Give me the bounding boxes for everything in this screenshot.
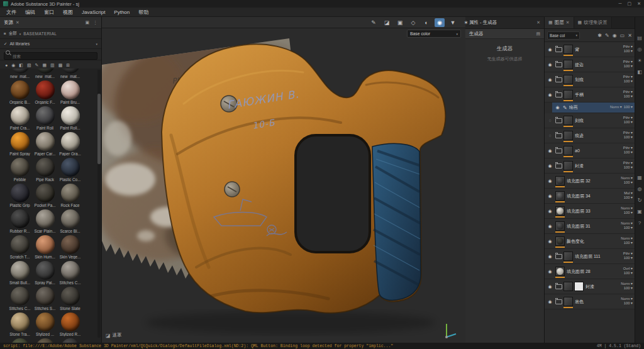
textures-filter-icon[interactable]: ▥: [50, 63, 55, 68]
material-item[interactable]: Skin Vege...: [58, 235, 82, 259]
help-icon[interactable]: ?: [638, 221, 641, 226]
mask-thumbnail[interactable]: [574, 282, 584, 291]
opacity-dropdown[interactable]: 100 ▾: [624, 196, 633, 200]
clone-tool-icon[interactable]: ◉: [435, 18, 445, 27]
smart-masks-filter-icon[interactable]: ◧: [19, 63, 23, 68]
smudge-tool-icon[interactable]: ◐: [421, 18, 431, 27]
eraser-tool-icon[interactable]: ◪: [382, 18, 392, 27]
material-item[interactable]: Pebble: [8, 158, 31, 182]
libraries-dropdown[interactable]: All libraries: [9, 42, 30, 46]
assets-scrollbar[interactable]: [97, 70, 101, 338]
layer-visibility-toggle[interactable]: ○: [547, 118, 553, 123]
opacity-dropdown[interactable]: 100 ▾: [624, 151, 633, 155]
layer-visibility-toggle[interactable]: ◉: [547, 209, 553, 214]
hamburger-icon[interactable]: ≡: [4, 31, 6, 36]
scrollbar-thumb[interactable]: [97, 94, 101, 164]
menu-item[interactable]: 文件: [2, 8, 21, 16]
layer-row[interactable]: ◉填充图层 31Norm ▾100 ▾: [545, 219, 635, 234]
opacity-dropdown[interactable]: 100 ▾: [624, 181, 633, 185]
material-item[interactable]: Paint Bru...: [58, 80, 82, 104]
perspective-icon[interactable]: ▤: [637, 36, 642, 41]
material-item[interactable]: new_mat...: [33, 69, 57, 79]
filters-filter-icon[interactable]: ▧: [27, 63, 31, 68]
material-item[interactable]: Paint Spray: [8, 132, 31, 156]
menu-item[interactable]: JavaScript: [77, 8, 109, 16]
layer-visibility-toggle[interactable]: ◉: [547, 269, 553, 274]
opacity-dropdown[interactable]: 100 ▾: [624, 106, 633, 109]
material-item[interactable]: Stitches C...: [8, 287, 31, 311]
opacity-dropdown[interactable]: 100 ▾: [624, 287, 633, 291]
close-icon[interactable]: ✕: [16, 20, 19, 25]
viewport-3d[interactable]: Base color ▾: [102, 28, 465, 343]
layer-row[interactable]: ◉a0Pthr ▾100 ▾: [545, 143, 635, 158]
maximize-button[interactable]: ▢: [628, 1, 632, 6]
section-list-icon[interactable]: ▤: [536, 31, 540, 36]
material-item[interactable]: Plastic Grip: [8, 184, 31, 208]
layer-visibility-toggle[interactable]: ◉: [554, 105, 561, 110]
layer-row[interactable]: ○痕迹Pthr ▾100 ▾: [545, 128, 635, 143]
opacity-dropdown[interactable]: 100 ▾: [624, 257, 633, 260]
opacity-dropdown[interactable]: 100 ▾: [624, 65, 633, 69]
brushes-filter-icon[interactable]: ✎: [35, 63, 39, 68]
material-item[interactable]: Stylized R...: [58, 313, 82, 336]
material-item[interactable]: Stitches S...: [33, 287, 57, 311]
material-item[interactable]: Scarce Bl...: [58, 209, 82, 233]
tab-texture-set-settings[interactable]: ▦ 纹理集设置: [574, 17, 612, 28]
viewport-settings-icon[interactable]: ▦: [637, 175, 642, 180]
layer-visibility-toggle[interactable]: ◉: [547, 224, 553, 229]
opacity-dropdown[interactable]: 100 ▾: [624, 241, 633, 245]
environments-filter-icon[interactable]: ▩: [58, 63, 63, 68]
menu-item[interactable]: 视图: [58, 8, 77, 16]
environment-icon[interactable]: ☀: [637, 58, 641, 64]
grid-view-icon[interactable]: ⊞: [66, 63, 70, 68]
opacity-dropdown[interactable]: 100 ▾: [624, 95, 633, 99]
menu-item[interactable]: 编辑: [21, 8, 40, 16]
layer-row[interactable]: ◉填充图层 34Mul ▾100 ▾: [545, 189, 635, 204]
menu-item[interactable]: Python: [109, 8, 134, 16]
material-item[interactable]: Rubber R...: [8, 209, 31, 233]
opacity-dropdown[interactable]: 100 ▾: [624, 50, 633, 53]
layer-row[interactable]: ◉划痕Pthr ▾100 ▾: [545, 72, 635, 87]
opacity-dropdown[interactable]: 100 ▾: [624, 226, 633, 230]
material-item[interactable]: Organic B...: [8, 80, 31, 104]
close-button[interactable]: ✕: [637, 1, 641, 6]
delete-layer-icon[interactable]: ✕: [628, 33, 632, 38]
material-item[interactable]: Stone Slate: [58, 287, 82, 311]
saw-3d-model[interactable]: РИМА: [102, 28, 465, 343]
material-item[interactable]: Scratch T...: [8, 235, 31, 259]
layer-visibility-toggle[interactable]: ◉: [547, 77, 553, 82]
paint-tool-icon[interactable]: ✎: [369, 18, 379, 27]
layer-row[interactable]: ◉填充图层 33Norm ▾100 ▾: [545, 204, 635, 219]
polygon-fill-tool-icon[interactable]: ◇: [408, 18, 418, 27]
layer-visibility-toggle[interactable]: ◉: [547, 194, 553, 199]
material-item[interactable]: [33, 338, 57, 343]
material-item[interactable]: Skin Hum...: [33, 235, 57, 259]
layer-row[interactable]: ◉填充图层 28Ovrl ▾100 ▾: [545, 264, 635, 279]
material-item[interactable]: new_mat...: [58, 69, 82, 79]
layer-visibility-toggle[interactable]: ◉: [547, 47, 553, 52]
tab-layers[interactable]: ▦ 图层 ✕: [545, 17, 574, 28]
generator-section-header[interactable]: 生成器 ▤: [465, 29, 544, 39]
layer-row[interactable]: ◉提边Pthr ▾100 ▾: [545, 57, 635, 72]
add-paint-layer-icon[interactable]: ✎: [605, 33, 609, 38]
close-icon[interactable]: ✕: [536, 20, 540, 25]
material-item[interactable]: Stitches C...: [58, 261, 82, 285]
shader-icon[interactable]: ◍: [638, 187, 642, 192]
layer-visibility-toggle[interactable]: ◉: [547, 163, 553, 169]
add-effect-icon[interactable]: ✱: [597, 33, 602, 38]
layer-row[interactable]: ◉✎绘画Norm ▾100 ▾: [552, 102, 635, 113]
material-picker-tool-icon[interactable]: ▼: [448, 18, 458, 27]
blend-mode-dropdown[interactable]: Norm ▾: [610, 106, 622, 109]
particles-tool-icon[interactable]: ✶: [461, 18, 471, 27]
menu-item[interactable]: 窗口: [40, 8, 58, 16]
dock-icon[interactable]: ▣: [85, 20, 89, 25]
material-item[interactable]: [58, 338, 82, 343]
material-item[interactable]: Paint Cra...: [8, 106, 31, 130]
material-item[interactable]: Paint Roll...: [58, 106, 82, 130]
layer-visibility-toggle[interactable]: ◉: [547, 239, 553, 244]
layer-row[interactable]: ◉底色Norm ▾100 ▾: [545, 294, 635, 309]
material-item[interactable]: Pipe Rack: [33, 158, 57, 182]
layer-row[interactable]: ◉手柄Pthr ▾100 ▾: [545, 87, 635, 102]
layer-visibility-toggle[interactable]: ◉: [547, 284, 553, 289]
search-input[interactable]: [4, 52, 97, 60]
